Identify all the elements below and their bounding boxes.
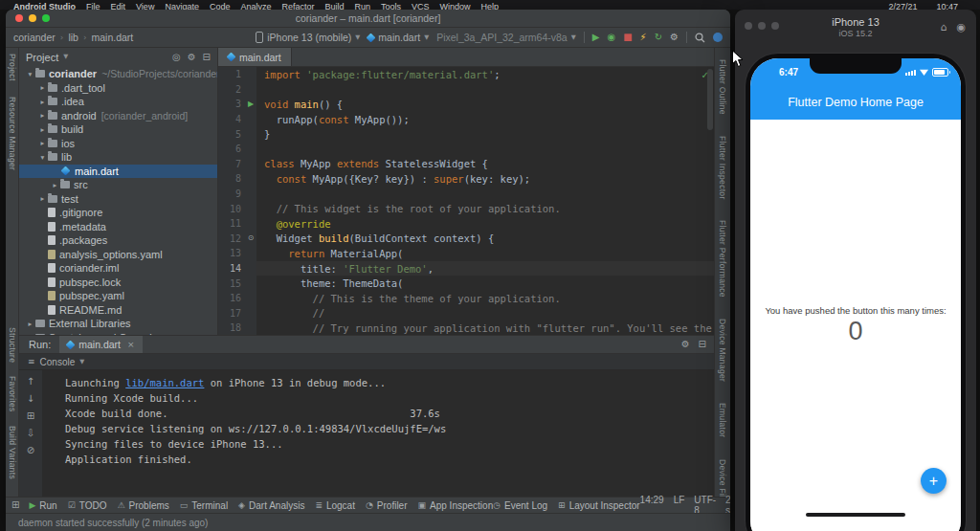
run-tab-main-dart[interactable]: main.dart × — [59, 336, 142, 353]
settings-icon[interactable]: ⚙ — [670, 33, 679, 42]
tree-item[interactable]: ▸ios — [19, 137, 217, 151]
tool-stripe-button[interactable]: Device Manager — [718, 319, 727, 382]
statusbar-layout-inspector[interactable]: ⊞Layout Inspector — [558, 500, 639, 511]
run-icon[interactable]: ▶ — [592, 33, 600, 42]
tree-toggle-icon[interactable]: ▸ — [37, 112, 48, 120]
chevron-down-icon[interactable]: ▼ — [63, 54, 68, 60]
target-selector[interactable]: Pixel_3a_API_32_arm64-v8a ▼ — [436, 32, 576, 43]
code-line[interactable]: 2 — [218, 82, 714, 98]
statusbar-event-log[interactable]: ◷Event Log — [493, 500, 547, 511]
menu-item[interactable]: Analyze — [240, 2, 271, 10]
menu-item[interactable]: Code — [210, 2, 231, 10]
code-line[interactable]: 7class MyApp extends StatelessWidget { — [218, 157, 714, 172]
console-link[interactable]: lib/main.dart — [125, 377, 204, 388]
code-line[interactable]: 5} — [218, 126, 714, 142]
menu-item[interactable]: Help — [481, 2, 500, 10]
tree-item[interactable]: analysis_options.yaml — [19, 248, 217, 262]
menu-item[interactable]: VCS — [412, 2, 430, 10]
code-editor[interactable]: 1import 'package:flutter/material.dart';… — [218, 67, 714, 335]
breadcrumb-item[interactable]: main.dart — [92, 32, 134, 43]
run-config-selector[interactable]: main.dart ▼ — [368, 32, 429, 43]
project-panel-title[interactable]: Project — [26, 52, 58, 63]
tool-stripe-button[interactable]: Flutter Outline — [718, 59, 727, 115]
tree-item[interactable]: .metadata — [19, 220, 217, 234]
scroll-end-icon[interactable]: ⇩ — [27, 429, 34, 438]
tool-stripe-button[interactable]: Structure — [8, 327, 17, 363]
close-icon[interactable]: × — [127, 341, 135, 349]
tree-toggle-icon[interactable]: ▸ — [37, 126, 48, 134]
menu-item[interactable]: Window — [440, 2, 471, 10]
minimize-button[interactable] — [29, 14, 36, 22]
code-with-me-icon[interactable] — [713, 33, 723, 42]
tree-toggle-icon[interactable]: ▸ — [37, 195, 48, 203]
down-stack-icon[interactable]: ↓ — [27, 394, 34, 404]
hot-restart-icon[interactable]: ↻ — [655, 33, 662, 42]
tree-toggle-icon[interactable]: ▸ — [37, 84, 48, 92]
menu-item[interactable]: Android Studio — [13, 2, 76, 10]
breadcrumb-item[interactable]: coriander — [13, 32, 56, 43]
code-line[interactable]: 13 return MaterialApp( — [218, 246, 714, 261]
code-line[interactable]: 17 // — [218, 306, 714, 321]
tool-window-switcher-icon[interactable]: ⊞ — [11, 500, 19, 510]
tool-stripe-button[interactable]: Project — [8, 54, 17, 81]
tree-toggle-icon[interactable]: ▸ — [25, 321, 35, 328]
code-line[interactable]: 11 @override — [218, 216, 714, 232]
tree-item[interactable]: ▸build — [19, 122, 217, 137]
tool-stripe-button[interactable]: Favorites — [8, 376, 17, 412]
hide-panel-icon[interactable]: ⊟ — [203, 53, 211, 62]
locate-file-icon[interactable]: ◎ — [172, 53, 181, 62]
code-line[interactable]: 4 runApp(const MyApp()); — [218, 112, 714, 127]
statusbar-app-inspection[interactable]: ▣App Inspection — [418, 500, 494, 511]
code-line[interactable]: 3▶void main() { — [218, 97, 714, 112]
tool-stripe-button[interactable]: Build Variants — [8, 426, 17, 479]
screenshot-icon[interactable]: ◉ — [956, 22, 966, 33]
settings-icon[interactable]: ⚙ — [188, 53, 196, 62]
menu-item[interactable]: Tools — [381, 2, 401, 10]
tree-item[interactable]: .gitignore — [19, 206, 217, 220]
editor-tab-main-dart[interactable]: main.dart — [218, 48, 292, 66]
code-line[interactable]: 16 // This is the theme of your applicat… — [218, 291, 714, 306]
tree-item[interactable]: pubspec.lock — [19, 276, 217, 290]
close-button[interactable] — [15, 14, 23, 22]
statusbar-dart-analysis[interactable]: ◈Dart Analysis — [238, 500, 304, 511]
code-line[interactable]: 12⊙ Widget build(BuildContext context) { — [218, 232, 714, 247]
tree-item[interactable]: ▾lib — [19, 150, 217, 165]
statusbar-profiler[interactable]: ◔Profiler — [366, 500, 408, 511]
hot-reload-icon[interactable]: ⚡ — [640, 33, 647, 42]
menu-item[interactable]: Build — [324, 2, 344, 10]
code-line[interactable]: 15 theme: ThemeData( — [218, 276, 714, 291]
statusbar-run[interactable]: ▶Run — [29, 500, 56, 511]
minimize-icon[interactable]: ⊟ — [699, 340, 706, 349]
code-line[interactable]: 1import 'package:flutter/material.dart'; — [218, 67, 714, 82]
console-tab-label[interactable]: Console — [40, 357, 76, 367]
menu-item[interactable]: Refactor — [281, 2, 314, 10]
tree-item[interactable]: .packages — [19, 233, 217, 248]
tree-item[interactable]: ▾coriander~/StudioProjects/coriander — [19, 67, 217, 81]
tree-item[interactable]: ▸.dart_tool — [19, 81, 217, 96]
soft-wrap-icon[interactable]: ⊞ — [27, 411, 34, 421]
tool-stripe-button[interactable]: Flutter Performance — [718, 220, 727, 298]
tree-toggle-icon[interactable]: ▸ — [37, 140, 48, 147]
menu-item[interactable]: File — [86, 2, 100, 10]
breadcrumb-item[interactable]: lib — [68, 32, 78, 43]
code-line[interactable]: 14 title: 'Flutter Demo', — [218, 261, 714, 277]
statusbar-todo[interactable]: ☑TODO — [68, 500, 107, 511]
tree-toggle-icon[interactable]: ▸ — [50, 182, 60, 189]
debug-icon[interactable]: ◉ — [607, 33, 615, 42]
code-line[interactable]: 6 — [218, 142, 714, 157]
code-line[interactable]: 9 — [218, 187, 714, 202]
statusbar-logcat[interactable]: ≣Logcat — [315, 500, 355, 511]
code-line[interactable]: 8 const MyApp({Key? key}) : super(key: k… — [218, 171, 714, 187]
stop-icon[interactable]: ■ — [623, 33, 632, 42]
tree-toggle-icon[interactable]: ▾ — [25, 71, 35, 78]
tool-stripe-button[interactable]: Flutter Inspector — [718, 136, 727, 200]
clear-icon[interactable]: ⊘ — [27, 446, 34, 455]
statusbar-terminal[interactable]: ▭Terminal — [180, 500, 228, 511]
code-line[interactable]: 18 // Try running your application with … — [218, 321, 714, 335]
home-icon[interactable]: ⌂ — [940, 22, 947, 33]
tree-toggle-icon[interactable]: ▾ — [37, 154, 48, 162]
menu-item[interactable]: Navigate — [165, 2, 199, 10]
tree-item[interactable]: ▸.idea — [19, 95, 217, 109]
settings-icon[interactable]: ⚙ — [681, 340, 690, 349]
tool-stripe-button[interactable]: Emulator — [718, 403, 727, 437]
